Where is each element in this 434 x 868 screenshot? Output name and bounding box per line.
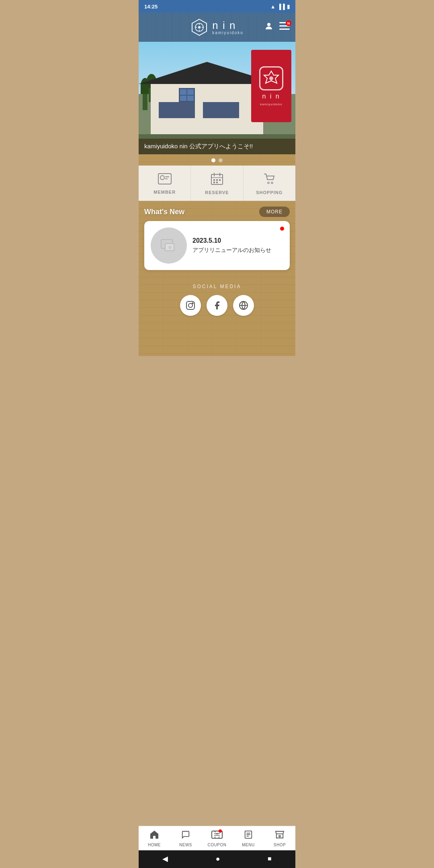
reserve-icon (211, 173, 223, 188)
logo-icon (190, 18, 208, 36)
header-actions: N (264, 21, 290, 33)
svg-rect-16 (165, 178, 168, 179)
user-profile-button[interactable] (264, 21, 274, 33)
news-content: 2023.5.10 アプリリニューアルのお知らせ (192, 237, 283, 254)
banner-brand-text: n i n (262, 93, 280, 100)
app-header: n i n kamiyuidoko N (139, 13, 295, 42)
whats-new-header: What's New MORE (139, 201, 295, 221)
member-label: MEMBER (154, 190, 176, 194)
svg-rect-15 (165, 176, 169, 177)
status-bar: 14:25 ▲ ▐▐ ▮ (139, 0, 295, 13)
logo-sub-text: kamiyuidoko (212, 31, 244, 35)
battery-icon: ▮ (287, 4, 290, 10)
hero-dot-1[interactable] (211, 158, 215, 162)
reserve-label: RESERVE (205, 190, 229, 195)
svg-rect-23 (219, 179, 221, 181)
svg-rect-21 (213, 179, 215, 181)
news-title: アプリリニューアルのお知らせ (192, 247, 283, 254)
reserve-button[interactable]: RESERVE (191, 166, 243, 201)
logo-main-text: n i n (212, 19, 236, 31)
svg-point-14 (160, 176, 164, 180)
status-icons: ▲ ▐▐ ▮ (270, 4, 290, 10)
logo-text-group: n i n kamiyuidoko (212, 20, 244, 35)
banner-sub-text: kamiyuidoko (260, 102, 282, 106)
menu-button[interactable]: N (279, 22, 290, 33)
hero-image: n i n kamiyuidoko (139, 42, 295, 154)
svg-point-7 (267, 23, 270, 26)
signal-icon: ▐▐ (278, 4, 285, 10)
svg-rect-24 (213, 182, 215, 183)
hero-caption: kamiyuidoko nin 公式アプリへようこそ!! (139, 139, 295, 154)
whats-new-title: What's New (144, 208, 184, 216)
whats-new-section: What's New MORE 2023.5.10 アプリリニューアルのお知らせ… (139, 201, 295, 356)
instagram-button[interactable] (180, 295, 201, 316)
shopping-button[interactable]: SHOPPING (244, 166, 295, 201)
social-icons (139, 295, 295, 316)
logo: n i n kamiyuidoko (190, 18, 244, 36)
news-thumbnail (151, 227, 187, 264)
shopping-icon (263, 173, 275, 188)
svg-point-27 (271, 182, 273, 184)
hero-dot-2[interactable] (219, 158, 223, 162)
news-unread-dot (280, 227, 284, 231)
news-date: 2023.5.10 (192, 237, 283, 244)
hero-pagination[interactable] (139, 154, 295, 166)
website-button[interactable] (233, 295, 254, 316)
wifi-icon: ▲ (270, 4, 276, 10)
svg-point-33 (192, 303, 193, 303)
svg-point-30 (168, 246, 172, 249)
svg-rect-22 (216, 179, 218, 181)
news-card[interactable]: 2023.5.10 アプリリニューアルのお知らせ (144, 221, 290, 270)
hero-section: n i n kamiyuidoko kamiyuidoko nin 公式アプリへ… (139, 42, 295, 154)
svg-rect-10 (279, 29, 290, 30)
more-button[interactable]: MORE (259, 207, 290, 217)
social-label: SOCIAL MEDIA (139, 284, 295, 289)
svg-rect-13 (158, 174, 171, 184)
svg-point-26 (268, 182, 269, 184)
facebook-button[interactable] (207, 295, 227, 316)
svg-point-2 (198, 26, 201, 29)
member-icon (158, 173, 172, 187)
menu-notification-badge: N (286, 20, 291, 26)
status-time: 14:25 (144, 4, 158, 10)
svg-point-12 (269, 76, 273, 80)
quick-actions: MEMBER RESERVE (139, 166, 295, 201)
store-banner: n i n kamiyuidoko (251, 50, 291, 122)
member-button[interactable]: MEMBER (139, 166, 191, 201)
svg-rect-25 (216, 182, 218, 183)
banner-flower-icon (259, 66, 283, 90)
shopping-label: SHOPPING (256, 190, 283, 195)
svg-point-32 (188, 303, 192, 307)
social-media-section: SOCIAL MEDIA (139, 276, 295, 324)
